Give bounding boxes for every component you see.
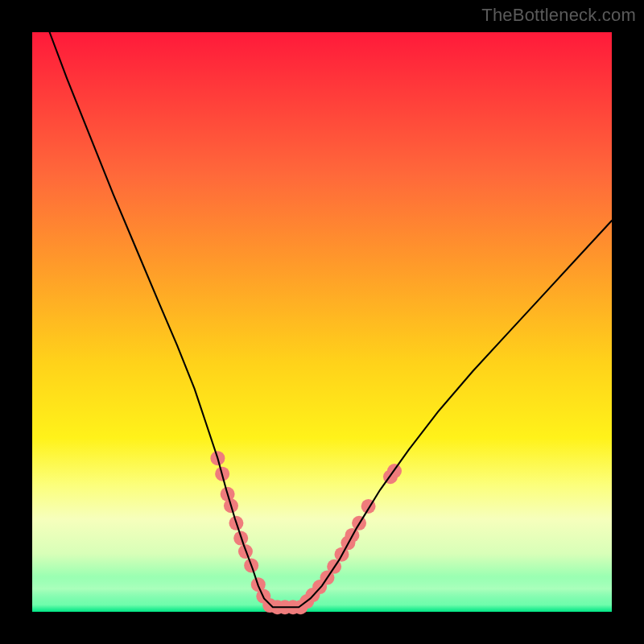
- watermark-text: TheBottleneck.com: [481, 5, 636, 26]
- frame: TheBottleneck.com: [0, 0, 644, 644]
- chart-svg: [32, 32, 612, 612]
- curve-line: [50, 32, 612, 607]
